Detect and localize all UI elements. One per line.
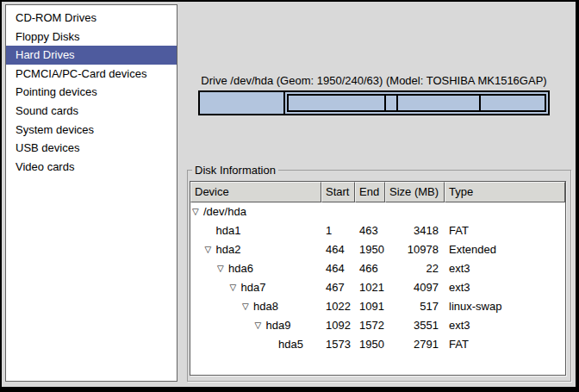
table-row-hda5[interactable]: hda5157319502791FAT <box>190 335 565 354</box>
cell-end: 1950 <box>359 240 384 259</box>
cell-start: 1573 <box>326 335 351 354</box>
cell-device: hda1 <box>216 221 241 240</box>
expander-open-icon[interactable]: ▽ <box>192 202 199 221</box>
sidebar-item-floppy-disks[interactable]: Floppy Disks <box>6 28 177 47</box>
cell-size: 3551 <box>389 316 439 335</box>
table-header-row: Device Start End Size (MB) Type <box>190 182 565 202</box>
cell-size: 10978 <box>389 240 439 259</box>
cell-end: 463 <box>359 221 378 240</box>
cell-start: 467 <box>326 278 345 297</box>
cell-type: Extended <box>449 240 496 259</box>
cell-start: 1092 <box>326 316 351 335</box>
sidebar-item-sound-cards[interactable]: Sound cards <box>6 102 177 121</box>
cell-end: 1950 <box>359 335 384 354</box>
cell-type: linux-swap <box>449 297 501 316</box>
table-row-hda1[interactable]: hda114633418FAT <box>190 221 565 240</box>
cell-start: 464 <box>326 259 345 278</box>
column-header-start[interactable]: Start <box>321 182 355 202</box>
cell-device: hda8 <box>253 297 278 316</box>
column-header-type[interactable]: Type <box>445 182 565 202</box>
cell-size: 22 <box>389 259 439 278</box>
partition-segment-hda8 <box>384 96 396 110</box>
expander-open-icon[interactable]: ▽ <box>205 240 212 259</box>
table-row-hda9[interactable]: ▽hda9109215723551ext3 <box>190 316 565 335</box>
partition-bar <box>198 90 550 115</box>
table-body: ▽/dev/hdahda114633418FAT▽hda246419501097… <box>190 202 565 354</box>
cell-device: hda2 <box>216 240 241 259</box>
cell-start: 1 <box>326 221 332 240</box>
cell-start: 1022 <box>326 297 351 316</box>
sidebar-item-system-devices[interactable]: System devices <box>6 121 177 140</box>
cell-end: 1572 <box>359 316 384 335</box>
cell-device: hda6 <box>228 259 253 278</box>
cell-device: hda7 <box>241 278 266 297</box>
sidebar-item-pcmcia-pc-card-devices[interactable]: PCMCIA/PC-Card devices <box>6 65 177 84</box>
sidebar-item-usb-devices[interactable]: USB devices <box>6 139 177 158</box>
cell-start: 464 <box>326 240 345 259</box>
column-header-end[interactable]: End <box>355 182 385 202</box>
cell-device: hda5 <box>278 335 303 354</box>
table-row-hda2[interactable]: ▽hda2464195010978Extended <box>190 240 565 259</box>
sidebar-item-pointing-devices[interactable]: Pointing devices <box>6 83 177 102</box>
table-row-hda6[interactable]: ▽hda646446622ext3 <box>190 259 565 278</box>
drive-title: Drive /dev/hda (Geom: 1950/240/63) (Mode… <box>196 74 551 88</box>
sidebar-item-cd-rom-drives[interactable]: CD-ROM Drives <box>6 9 177 28</box>
cell-type: ext3 <box>449 278 470 297</box>
hardware-browser-window: CD-ROM DrivesFloppy DisksHard DrivesPCMC… <box>0 0 579 392</box>
partition-segment-hda2-extended <box>285 92 548 114</box>
cell-size: 2791 <box>389 335 439 354</box>
expander-open-icon[interactable]: ▽ <box>230 278 237 297</box>
cell-size: 4097 <box>389 278 439 297</box>
cell-end: 1091 <box>359 297 384 316</box>
expander-open-icon[interactable]: ▽ <box>255 316 262 335</box>
disk-information-label: Disk Information <box>192 164 278 177</box>
cell-type: FAT <box>449 221 469 240</box>
partition-extended-box <box>287 94 546 112</box>
cell-type: ext3 <box>449 316 470 335</box>
cell-type: ext3 <box>449 259 470 278</box>
cell-size: 3418 <box>389 221 439 240</box>
cell-type: FAT <box>449 335 469 354</box>
expander-open-icon[interactable]: ▽ <box>217 259 224 278</box>
table-row-hda8[interactable]: ▽hda810221091517linux-swap <box>190 297 565 316</box>
sidebar-item-video-cards[interactable]: Video cards <box>6 158 177 177</box>
partition-segment-hda1 <box>200 92 285 114</box>
cell-size: 517 <box>389 297 439 316</box>
disk-information-table: Device Start End Size (MB) Type ▽/dev/hd… <box>190 181 566 376</box>
cell-device: hda9 <box>266 316 291 335</box>
partition-segment-hda9 <box>396 96 479 110</box>
partition-segment-hda5 <box>479 96 545 110</box>
table-row-hda7[interactable]: ▽hda746710214097ext3 <box>190 278 565 297</box>
column-header-device[interactable]: Device <box>190 182 321 202</box>
column-header-size[interactable]: Size (MB) <box>385 182 445 202</box>
cell-end: 1021 <box>359 278 384 297</box>
sidebar-item-hard-drives[interactable]: Hard Drives <box>6 46 177 65</box>
partition-segment-hda7 <box>289 96 384 110</box>
cell-end: 466 <box>359 259 378 278</box>
expander-open-icon[interactable]: ▽ <box>242 297 249 316</box>
table-row-dev-hda[interactable]: ▽/dev/hda <box>190 202 565 221</box>
cell-device: /dev/hda <box>203 202 246 221</box>
device-category-list: CD-ROM DrivesFloppy DisksHard DrivesPCMC… <box>5 4 177 382</box>
